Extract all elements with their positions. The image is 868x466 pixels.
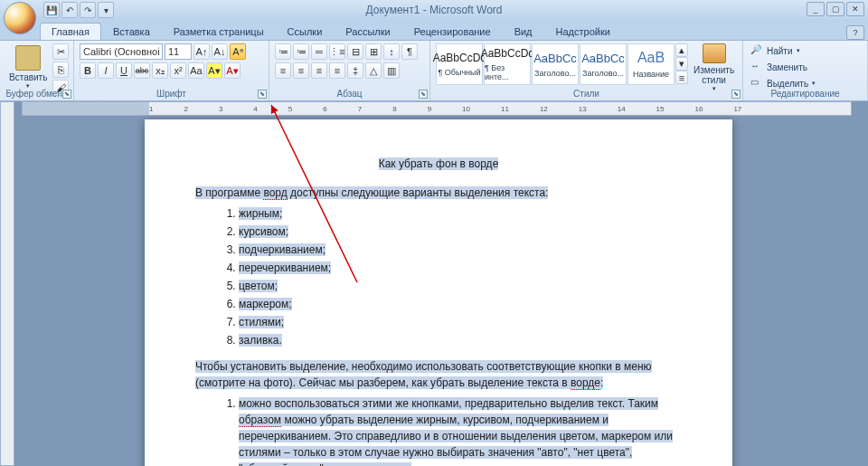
font-size-select[interactable] <box>165 43 192 60</box>
tab-insert[interactable]: Вставка <box>101 23 162 40</box>
shading-button[interactable]: △ <box>365 62 382 79</box>
bullets-button[interactable]: ≔ <box>275 43 291 60</box>
style-title[interactable]: AaBНазвание <box>627 43 675 85</box>
styles-group-label: Стили <box>430 89 742 99</box>
multilevel-button[interactable]: ═ <box>311 43 327 60</box>
tab-review[interactable]: Рецензирование <box>402 23 503 40</box>
numbering-button[interactable]: ≔ <box>293 43 309 60</box>
document-area: L 1234567891011121314151617 Как убрать ф… <box>0 101 868 466</box>
grow-font-icon[interactable]: A↑ <box>193 43 210 60</box>
borders-button[interactable]: ▥ <box>383 62 400 79</box>
redo-icon[interactable]: ↷ <box>80 2 96 18</box>
paste-icon <box>15 45 41 71</box>
document-page[interactable]: Как убрать фон в ворде В программе ворд … <box>145 119 732 466</box>
replace-icon: ↔ <box>750 61 763 73</box>
doc-list-1: жирным;курсивом;подчеркиванием;перечерки… <box>239 204 682 349</box>
align-center-button[interactable]: ≡ <box>293 62 309 79</box>
list-item: заливка. <box>239 331 682 349</box>
strike-button[interactable]: abc <box>134 62 150 79</box>
help-button[interactable]: ? <box>846 25 864 40</box>
styles-dialog-launcher[interactable]: ⬊ <box>731 90 741 99</box>
find-button[interactable]: 🔎Найти▾ <box>749 43 802 58</box>
cursor-icon: ▭ <box>750 77 763 90</box>
doc-para2: Чтобы установить выделение, необходимо и… <box>195 358 682 391</box>
quick-access-toolbar: 💾 ↶ ↷ ▾ <box>43 2 114 18</box>
change-styles-button[interactable]: Изменить стили ▾ <box>690 43 738 92</box>
list-item: курсивом; <box>239 223 682 241</box>
list-item: цветом; <box>239 277 682 295</box>
cut-icon[interactable]: ✂ <box>52 43 69 60</box>
bold-button[interactable]: B <box>80 62 96 79</box>
align-right-button[interactable]: ≡ <box>311 62 327 79</box>
styles-up-icon[interactable]: ▴ <box>675 43 688 57</box>
save-icon[interactable]: 💾 <box>43 2 60 18</box>
tab-references[interactable]: Ссылки <box>276 23 335 40</box>
show-marks-button[interactable]: ¶ <box>401 43 418 60</box>
clipboard-dialog-launcher[interactable]: ⬊ <box>62 90 71 99</box>
decrease-indent-button[interactable]: ⋮≡ <box>329 43 345 60</box>
font-name-select[interactable] <box>80 43 163 60</box>
tab-home[interactable]: Главная <box>40 23 101 40</box>
line-spacing2-button[interactable]: ‡ <box>347 62 363 79</box>
vertical-ruler[interactable] <box>0 101 14 466</box>
font-color-button[interactable]: A▾ <box>224 62 241 79</box>
style-normal[interactable]: AaBbCcDc¶ Обычный <box>436 43 483 85</box>
copy-icon[interactable]: ⎘ <box>52 62 69 78</box>
font-dialog-launcher[interactable]: ⬊ <box>258 90 267 99</box>
styles-gallery[interactable]: AaBbCcDc¶ Обычный AaBbCcDc¶ Без инте... … <box>436 43 688 85</box>
style-heading1[interactable]: AaBbCcЗаголово... <box>532 43 579 85</box>
tab-view[interactable]: Вид <box>503 23 544 40</box>
superscript-button[interactable]: x² <box>170 62 186 79</box>
change-case-button[interactable]: Aa <box>188 62 204 79</box>
shrink-font-icon[interactable]: A↓ <box>212 43 228 60</box>
qat-more-icon[interactable]: ▾ <box>98 2 114 18</box>
style-heading2[interactable]: AaBbCcЗаголово... <box>580 43 627 85</box>
ribbon-tabs: Главная Вставка Разметка страницы Ссылки… <box>0 20 868 40</box>
list-item: маркером; <box>239 295 682 313</box>
sort-button[interactable]: ⊞ <box>365 43 382 60</box>
italic-button[interactable]: I <box>98 62 114 79</box>
tab-addins[interactable]: Надстройки <box>544 23 622 40</box>
doc-intro: В программе ворд доступны следующие вари… <box>195 185 682 201</box>
justify-button[interactable]: ≡ <box>329 62 345 79</box>
list-item: стилями; <box>239 313 682 331</box>
increase-indent-button[interactable]: ⊟ <box>347 43 363 60</box>
office-button[interactable] <box>4 2 36 34</box>
list-item: подчеркиванием; <box>239 241 682 259</box>
paste-button[interactable]: Вставить ▾ <box>5 43 51 91</box>
styles-more-icon[interactable]: ≡ <box>675 71 688 84</box>
horizontal-ruler[interactable]: 1234567891011121314151617 <box>22 101 852 116</box>
tab-mailings[interactable]: Рассылки <box>334 23 401 40</box>
styles-down-icon[interactable]: ▾ <box>675 57 688 71</box>
doc-list-2: можно воспользоваться этими же кнопками,… <box>239 395 682 466</box>
line-spacing-button[interactable]: ↕ <box>383 43 400 60</box>
doc-heading: Как убрать фон в ворде <box>195 156 682 172</box>
tab-layout[interactable]: Разметка страницы <box>162 23 276 40</box>
list-item: жирным; <box>239 204 682 223</box>
subscript-button[interactable]: x₂ <box>152 62 168 79</box>
font-group-label: Шрифт <box>74 89 269 99</box>
editing-group-label: Редактирование <box>743 89 867 99</box>
paragraph-group-label: Абзац <box>269 89 429 99</box>
minimize-button[interactable]: _ <box>807 2 825 16</box>
underline-button[interactable]: U <box>116 62 132 79</box>
ribbon: Вставить ▾ ✂ ⎘ 🖌 Буфер обмена ⬊ A↑ A↓ Aᵃ… <box>0 40 868 101</box>
align-left-button[interactable]: ≡ <box>275 62 291 79</box>
window-title: Документ1 - Microsoft Word <box>365 4 502 16</box>
highlight-color-button[interactable]: A▾ <box>206 62 222 79</box>
maximize-button[interactable]: ▢ <box>826 2 844 16</box>
style-nospacing[interactable]: AaBbCcDc¶ Без инте... <box>484 43 531 85</box>
close-button[interactable]: ✕ <box>846 2 864 16</box>
paste-label: Вставить <box>9 72 47 82</box>
list-item: перечеркиванием; <box>239 259 682 277</box>
clear-formatting-icon[interactable]: Aᵃ <box>230 43 246 60</box>
binoculars-icon: 🔎 <box>750 44 763 57</box>
change-styles-icon <box>703 43 726 63</box>
undo-icon[interactable]: ↶ <box>61 2 78 18</box>
replace-button[interactable]: ↔Заменить <box>749 60 809 74</box>
paragraph-dialog-launcher[interactable]: ⬊ <box>419 90 428 99</box>
